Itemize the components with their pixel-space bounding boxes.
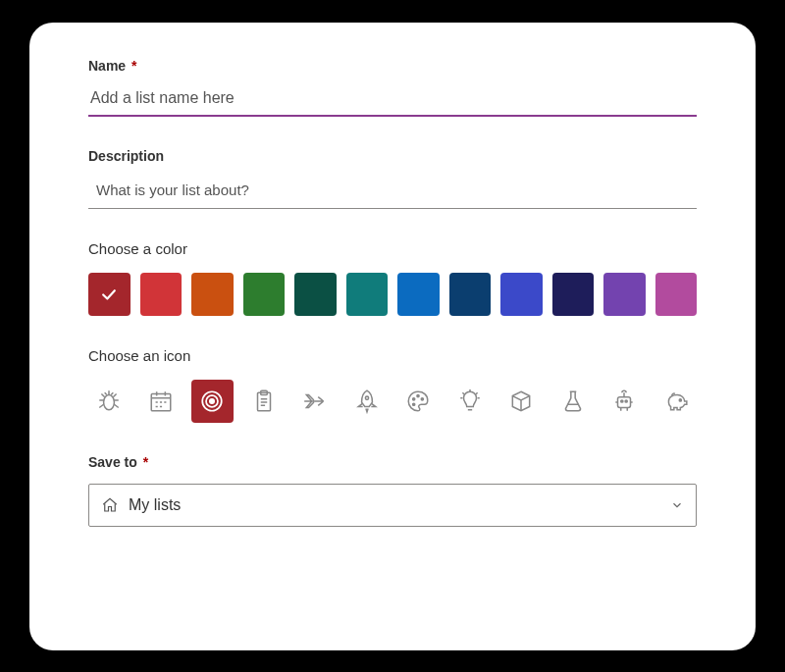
icon-field: Choose an icon <box>88 347 697 423</box>
color-swatch-dark-red[interactable] <box>88 273 131 316</box>
clipboard-icon <box>251 388 277 414</box>
save-to-selected: My lists <box>129 496 181 514</box>
palette-icon <box>405 388 431 414</box>
icon-option-piggy-bank[interactable] <box>655 380 698 423</box>
color-label: Choose a color <box>88 240 697 257</box>
piggy-bank-icon <box>663 388 689 414</box>
icon-option-bug[interactable] <box>88 380 131 423</box>
create-list-panel: Name * Description Choose a color Choose… <box>29 23 756 650</box>
icon-option-clipboard[interactable] <box>243 380 286 423</box>
robot-icon <box>611 388 637 414</box>
check-icon <box>99 284 119 304</box>
icon-option-cube[interactable] <box>500 380 543 423</box>
lightbulb-icon <box>457 388 483 414</box>
required-mark: * <box>131 58 136 74</box>
svg-point-7 <box>365 396 368 399</box>
icon-option-calendar[interactable] <box>140 380 183 423</box>
color-swatch-indigo[interactable] <box>500 273 543 316</box>
required-mark: * <box>143 454 148 470</box>
name-label-text: Name <box>88 58 126 74</box>
save-to-select[interactable]: My lists <box>88 484 697 527</box>
color-swatch-dark-blue[interactable] <box>449 273 492 316</box>
icon-option-target[interactable] <box>191 380 234 423</box>
color-swatch-blue[interactable] <box>397 273 440 316</box>
icon-row <box>88 380 697 423</box>
color-field: Choose a color <box>88 240 697 316</box>
bug-icon <box>96 388 122 414</box>
svg-point-14 <box>625 399 627 401</box>
color-swatch-red[interactable] <box>140 273 183 316</box>
description-field: Description <box>88 148 697 209</box>
cube-icon <box>508 388 534 414</box>
color-swatch-row <box>88 273 697 316</box>
airplane-icon <box>302 388 328 414</box>
name-label: Name * <box>88 58 697 74</box>
color-swatch-green[interactable] <box>243 273 286 316</box>
save-to-field: Save to * My lists <box>88 454 697 527</box>
description-input[interactable] <box>88 174 697 209</box>
color-swatch-magenta[interactable] <box>655 273 698 316</box>
svg-point-4 <box>210 398 214 402</box>
color-swatch-orange[interactable] <box>191 273 234 316</box>
icon-option-rocket[interactable] <box>346 380 389 423</box>
color-swatch-teal[interactable] <box>346 273 389 316</box>
target-icon <box>199 388 225 414</box>
color-swatch-purple[interactable] <box>603 273 646 316</box>
icon-option-flask[interactable] <box>552 380 595 423</box>
svg-point-10 <box>422 397 424 399</box>
svg-point-13 <box>621 399 623 401</box>
svg-point-15 <box>679 398 681 400</box>
svg-rect-12 <box>618 396 631 407</box>
svg-point-0 <box>104 394 115 409</box>
rocket-icon <box>354 388 380 414</box>
svg-point-9 <box>417 394 419 396</box>
name-field: Name * <box>88 58 697 117</box>
name-input[interactable] <box>88 83 697 117</box>
color-swatch-navy[interactable] <box>552 273 595 316</box>
calendar-icon <box>148 388 174 414</box>
home-icon <box>101 496 119 514</box>
icon-option-lightbulb[interactable] <box>449 380 492 423</box>
flask-icon <box>560 388 586 414</box>
svg-point-8 <box>413 397 415 399</box>
icon-option-robot[interactable] <box>603 380 646 423</box>
color-swatch-dark-teal[interactable] <box>294 273 337 316</box>
save-to-label-text: Save to <box>88 454 137 470</box>
icon-label: Choose an icon <box>88 347 697 364</box>
svg-point-11 <box>413 403 415 405</box>
chevron-down-icon <box>670 498 684 512</box>
icon-option-palette[interactable] <box>397 380 440 423</box>
description-label: Description <box>88 148 697 164</box>
icon-option-airplane[interactable] <box>294 380 337 423</box>
save-to-label: Save to * <box>88 454 697 470</box>
